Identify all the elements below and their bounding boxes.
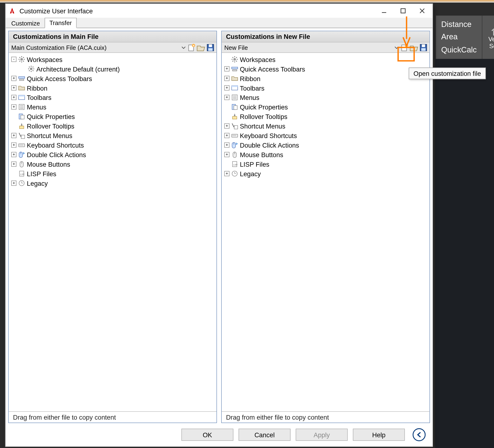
legacy-icon (231, 170, 238, 177)
tree-node[interactable]: +Ribbon (222, 74, 428, 83)
lisp-icon (18, 170, 25, 177)
drawing-area[interactable] (435, 59, 494, 448)
tree-node[interactable]: +Menus (10, 102, 216, 112)
tree-node-label: Workspaces (240, 56, 275, 63)
expand-icon[interactable]: + (11, 85, 16, 91)
menu-icon (18, 103, 25, 110)
combo-new-file-label: New File (224, 44, 248, 51)
tree-main[interactable]: -WorkspacesArchitecture Default (current… (9, 53, 216, 411)
tree-node-label: Menus (27, 103, 47, 111)
tree-node[interactable]: +Double Click Actions (10, 150, 216, 159)
tree-node[interactable]: +Mouse Buttons (222, 150, 428, 159)
tree-node[interactable]: Rollover Tooltips (10, 121, 216, 131)
tree-node-label: Shortcut Menus (240, 122, 285, 130)
tree-node[interactable]: +Mouse Buttons (10, 159, 216, 169)
pane-main-file: Customizations in Main File Main Customi… (8, 31, 217, 423)
tree-node[interactable]: +Legacy (10, 178, 216, 188)
tab-customize[interactable]: Customize (6, 18, 45, 28)
tree-node[interactable]: +Double Click Actions (222, 140, 428, 150)
ok-button[interactable]: OK (181, 429, 234, 441)
tree-node[interactable]: +Quick Access Toolbars (222, 64, 428, 74)
expand-icon[interactable]: + (11, 180, 16, 186)
tree-new[interactable]: Workspaces+Quick Access Toolbars+Ribbon+… (222, 53, 430, 411)
expand-icon[interactable]: + (224, 76, 230, 81)
expand-icon[interactable]: + (224, 66, 230, 72)
tree-node[interactable]: +Shortcut Menus (10, 131, 216, 140)
tree-node[interactable]: Quick Properties (10, 112, 216, 121)
new-file-button-main[interactable] (187, 43, 196, 52)
close-button[interactable] (414, 5, 430, 16)
tree-node-label: Keyboard Shortcuts (27, 141, 84, 149)
tree-node[interactable]: +Menus (222, 93, 428, 102)
tree-node[interactable]: -Workspaces (10, 55, 216, 64)
tree-node[interactable]: LISP Files (10, 169, 216, 178)
dclick-icon (231, 142, 238, 149)
expand-icon[interactable]: + (224, 85, 230, 91)
cancel-button[interactable]: Cancel (239, 429, 291, 441)
kbd-icon (18, 142, 25, 149)
kbd-icon (231, 132, 238, 139)
rtip-icon (18, 123, 25, 129)
tree-node[interactable]: +Quick Access Toolbars (10, 74, 216, 83)
expander-spacer (11, 124, 16, 129)
expand-icon[interactable]: + (224, 171, 230, 176)
tree-node[interactable]: Quick Properties (222, 102, 428, 112)
expand-icon[interactable]: + (11, 76, 16, 81)
annotation-box (397, 47, 415, 62)
ribbon-cmd-distance[interactable]: Distance (441, 20, 477, 29)
legacy-icon (18, 180, 25, 187)
scut-icon (18, 132, 25, 139)
expand-icon[interactable]: + (224, 152, 230, 157)
expand-icon[interactable]: + (224, 133, 230, 138)
expand-icon[interactable]: + (11, 133, 16, 138)
tree-node[interactable]: +Keyboard Shortcuts (10, 140, 216, 150)
collapse-button[interactable] (413, 428, 426, 441)
expand-icon[interactable]: + (11, 142, 16, 148)
expand-icon[interactable]: + (11, 104, 16, 110)
tree-node-label: Double Click Actions (240, 141, 299, 149)
tree-node-label: Architecture Default (current) (37, 65, 120, 73)
qat-icon (231, 65, 238, 72)
tree-node[interactable]: +Ribbon (10, 83, 216, 93)
tree-node[interactable]: +Toolbars (10, 93, 216, 102)
tree-node[interactable]: +Legacy (222, 169, 428, 178)
combo-main-file-label: Main Customization File (ACA.cuix) (11, 44, 107, 51)
minimize-button[interactable] (376, 5, 392, 16)
menu-icon (231, 94, 238, 101)
titlebar[interactable]: Customize User Interface (6, 4, 433, 18)
tree-node[interactable]: +Toolbars (222, 83, 428, 93)
expand-icon[interactable]: + (11, 162, 16, 167)
expand-icon[interactable]: + (11, 95, 16, 100)
tree-node[interactable]: Rollover Tooltips (222, 112, 428, 121)
ribbon-cmd-quickcalc[interactable]: QuickCalc (441, 45, 477, 54)
save-file-button-main[interactable] (206, 43, 215, 52)
expand-icon[interactable]: + (224, 95, 230, 100)
expand-icon[interactable]: + (11, 152, 16, 157)
expand-icon[interactable]: + (224, 142, 230, 148)
tabstrip: Customize Transfer (6, 18, 433, 28)
tree-node-label: Mouse Buttons (27, 161, 70, 168)
ribbon-label-vertical: Vertica (489, 36, 494, 42)
tree-node[interactable]: +Shortcut Menus (222, 121, 428, 131)
tree-node[interactable]: Architecture Default (current) (10, 64, 216, 74)
tab-transfer[interactable]: Transfer (45, 18, 76, 28)
rtip-icon (231, 113, 238, 120)
tree-node-label: Quick Access Toolbars (27, 75, 92, 82)
collapse-icon[interactable]: - (11, 57, 16, 62)
save-file-button-new[interactable] (419, 43, 428, 52)
maximize-button[interactable] (395, 5, 411, 16)
combo-new-file[interactable]: New File (223, 44, 393, 51)
tree-node[interactable]: LISP Files (222, 159, 428, 169)
gear-icon (28, 65, 35, 72)
expand-icon[interactable]: + (224, 124, 230, 129)
combo-main-file[interactable]: Main Customization File (ACA.cuix) (11, 44, 180, 51)
chevron-down-icon[interactable] (181, 45, 186, 50)
tree-node-label: Quick Properties (240, 103, 288, 111)
tree-node[interactable]: +Keyboard Shortcuts (222, 131, 428, 140)
folder-icon (231, 75, 238, 82)
open-file-button-main[interactable] (197, 43, 205, 52)
ribbon-cmd-area[interactable]: Area (441, 33, 477, 42)
toolbar-icon (18, 94, 25, 101)
help-button[interactable]: Help (353, 429, 405, 441)
app-icon (8, 7, 16, 15)
